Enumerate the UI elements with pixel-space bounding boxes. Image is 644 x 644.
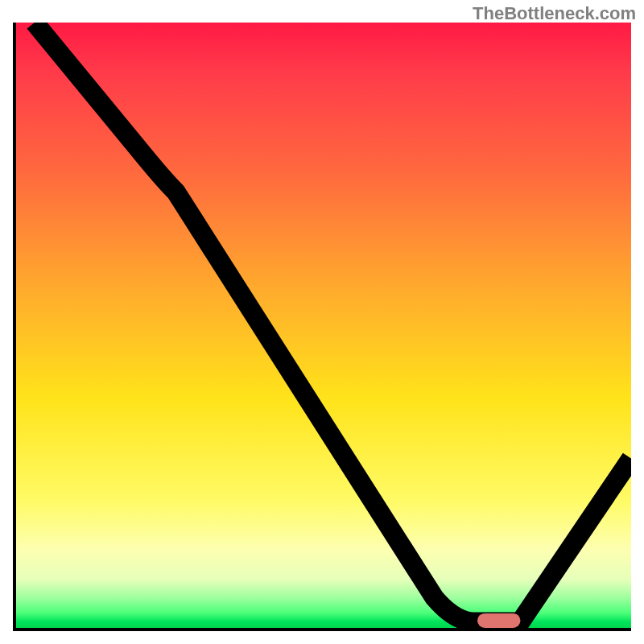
optimal-marker <box>477 613 520 628</box>
bottleneck-curve <box>35 23 631 621</box>
plot-area <box>13 23 631 631</box>
chart-container: TheBottleneck.com <box>0 0 644 644</box>
watermark-text: TheBottleneck.com <box>473 3 636 24</box>
curve-svg <box>16 23 631 628</box>
